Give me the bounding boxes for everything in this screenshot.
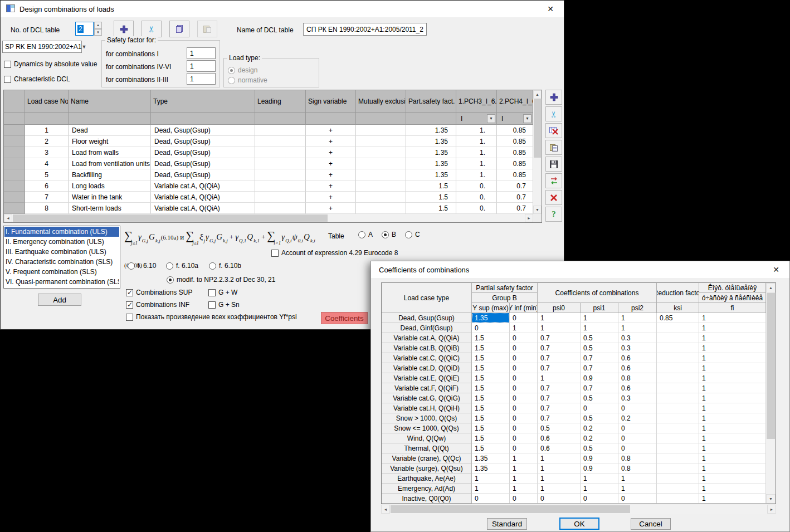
- copy-button[interactable]: [169, 21, 189, 37]
- scroll-right-icon[interactable]: ►: [525, 214, 533, 222]
- coef-cell[interactable]: 1: [618, 474, 657, 484]
- table-cell[interactable]: Dead, Gsup(Gsup): [151, 158, 255, 169]
- coef-cell[interactable]: 0.2: [581, 433, 618, 443]
- table-cell[interactable]: 1.: [456, 158, 497, 169]
- add-button[interactable]: Add: [38, 294, 81, 306]
- load-case-type-cell[interactable]: Dead, Gsup(Gsup): [382, 313, 472, 323]
- coef-cell[interactable]: 1.5: [472, 423, 510, 433]
- coef-cell[interactable]: 1: [581, 313, 618, 323]
- modif-radio[interactable]: modif. to NP2.2.3.2 of Dec 30, 21: [167, 276, 275, 284]
- help-button[interactable]: ?: [545, 207, 562, 222]
- coef-cell[interactable]: [657, 494, 699, 504]
- table-cell[interactable]: +: [306, 192, 356, 203]
- table-cell[interactable]: +: [306, 125, 356, 136]
- coef-cell[interactable]: 1: [618, 313, 657, 323]
- table-cell[interactable]: [255, 147, 306, 158]
- coef-cell[interactable]: 1.5: [472, 343, 510, 353]
- table-cell[interactable]: 3: [25, 147, 69, 158]
- table-cell[interactable]: [255, 203, 306, 214]
- coef-cell[interactable]: 0.8: [618, 373, 657, 383]
- table-cell[interactable]: +: [306, 147, 356, 158]
- table-cell[interactable]: Variable cat.A, Q(QiA): [151, 192, 255, 203]
- coef-cell[interactable]: 1: [581, 484, 618, 494]
- coef-cell[interactable]: 0: [510, 333, 538, 343]
- table-cell[interactable]: Variable cat.A, Q(QiA): [151, 180, 255, 192]
- coef-cell[interactable]: 1: [699, 484, 766, 494]
- table-radio-C[interactable]: C: [405, 231, 420, 238]
- save-button[interactable]: [545, 157, 562, 172]
- coef-cell[interactable]: [657, 363, 699, 373]
- coef-cell[interactable]: 0.2: [581, 423, 618, 433]
- delete-table-button[interactable]: [545, 123, 562, 138]
- scroll-up-icon[interactable]: ▲: [766, 283, 776, 292]
- table-cell[interactable]: 1.: [456, 169, 497, 180]
- column-filter-combo[interactable]: I▼: [456, 113, 497, 125]
- cut-button[interactable]: ✂: [142, 21, 162, 37]
- coef-cell[interactable]: 1: [538, 474, 581, 484]
- coef-cell[interactable]: 1.5: [472, 413, 510, 423]
- horizontal-scrollbar[interactable]: ◄ ►: [381, 505, 776, 514]
- scroll-down-icon[interactable]: ▼: [533, 206, 542, 214]
- coef-cell[interactable]: 1: [538, 373, 581, 383]
- table-cell[interactable]: 1: [25, 125, 69, 136]
- table-cell[interactable]: 1.35: [406, 147, 456, 158]
- coef-cell[interactable]: 0.3: [618, 393, 657, 403]
- coef-cell[interactable]: [657, 423, 699, 433]
- table-cell[interactable]: [356, 147, 406, 158]
- coef-cell[interactable]: 1: [510, 484, 538, 494]
- coef-cell[interactable]: 0.5: [581, 333, 618, 343]
- coef-cell[interactable]: 0: [510, 313, 538, 323]
- table-cell[interactable]: 0.85: [497, 136, 533, 147]
- table-cell[interactable]: 1.: [456, 136, 497, 147]
- coef-cell[interactable]: 1.35: [472, 313, 510, 323]
- load-case-type-cell[interactable]: Snow <= 1000, Q(Qs): [382, 423, 472, 433]
- coef-cell[interactable]: [657, 333, 699, 343]
- row-selector[interactable]: [4, 169, 25, 180]
- combination-list-item[interactable]: I. Fundamental combination (ULS): [4, 227, 119, 237]
- reorder-button[interactable]: [545, 173, 562, 188]
- table-cell[interactable]: 6: [25, 180, 69, 192]
- formula-radio-3[interactable]: f. 6.10b: [209, 262, 241, 270]
- table-cell[interactable]: Dead, Gsup(Gsup): [151, 169, 255, 180]
- coef-cell[interactable]: 0.7: [538, 413, 581, 423]
- coef-cell[interactable]: 1: [699, 373, 766, 383]
- coef-cell[interactable]: 1: [699, 333, 766, 343]
- table-cell[interactable]: Water in the tank: [69, 192, 151, 203]
- table-cell[interactable]: 0.: [456, 203, 497, 214]
- coef-cell[interactable]: 0: [618, 433, 657, 443]
- table-cell[interactable]: 0.7: [497, 180, 533, 192]
- account-expression-checkbox[interactable]: Account of expression 4.29 Eurocode 8: [271, 249, 398, 257]
- table-cell[interactable]: [356, 180, 406, 192]
- coef-cell[interactable]: 0.6: [538, 443, 581, 453]
- coef-cell[interactable]: 0.7: [538, 363, 581, 373]
- characteristic-checkbox[interactable]: Characteristic DCL: [4, 75, 70, 83]
- load-case-type-cell[interactable]: Wind, Q(Qw): [382, 433, 472, 443]
- table-cell[interactable]: 0.85: [497, 169, 533, 180]
- table-cell[interactable]: [255, 169, 306, 180]
- coef-cell[interactable]: 1: [699, 423, 766, 433]
- safety-factor-input[interactable]: 1: [187, 47, 216, 59]
- coef-cell[interactable]: 1: [699, 393, 766, 403]
- coef-cell[interactable]: 1: [699, 403, 766, 413]
- coef-cell[interactable]: 1: [618, 323, 657, 333]
- coef-cell[interactable]: 0: [618, 403, 657, 413]
- coef-cell[interactable]: 1.5: [472, 353, 510, 363]
- table-cell[interactable]: +: [306, 158, 356, 169]
- combination-list-item[interactable]: II. Emergency combination (ULS): [4, 237, 119, 247]
- scrollbar-thumb[interactable]: [534, 99, 541, 158]
- table-cell[interactable]: 1.: [456, 125, 497, 136]
- table-cell[interactable]: [255, 136, 306, 147]
- combination-list-item[interactable]: V. Frequent combination (SLS): [4, 267, 119, 277]
- table-cell[interactable]: Load from ventilation units: [69, 158, 151, 169]
- scrollbar-thumb[interactable]: [13, 214, 328, 222]
- row-selector[interactable]: [4, 180, 25, 192]
- coef-cell[interactable]: 0: [472, 323, 510, 333]
- combinations-inf-checkbox[interactable]: Combinations INF: [126, 301, 189, 309]
- load-case-type-cell[interactable]: Variable cat.E, Q(QiE): [382, 373, 472, 383]
- coef-cell[interactable]: 0.7: [581, 363, 618, 373]
- coef-cell[interactable]: 1: [538, 453, 581, 463]
- coef-cell[interactable]: 1: [699, 313, 766, 323]
- table-cell[interactable]: Dead, Gsup(Gsup): [151, 125, 255, 136]
- coef-cell[interactable]: [657, 463, 699, 474]
- coef-cell[interactable]: 0: [581, 494, 618, 504]
